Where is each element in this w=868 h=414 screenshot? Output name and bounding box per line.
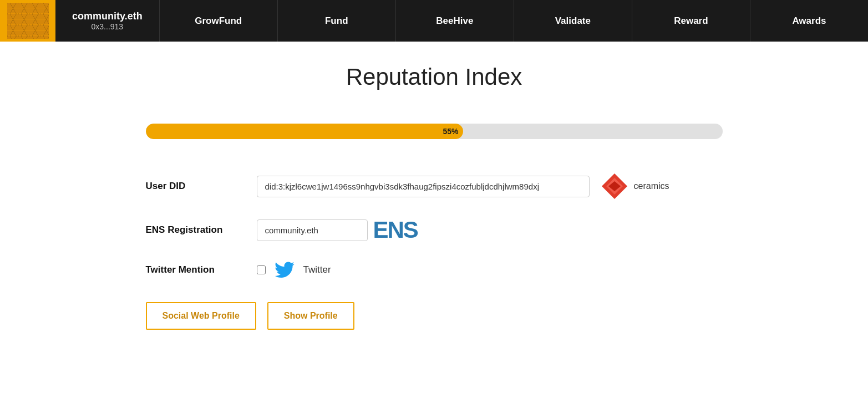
nav-item-awards[interactable]: Awards [750,0,868,42]
nav-items: GrowFund Fund BeeHive Validate Reward Aw… [159,0,868,42]
ceramics-label: ceramics [634,181,669,191]
progress-bar-container: 55% [146,124,723,139]
ens-field-group: ENS [257,217,418,243]
progress-bar-fill: 55% [146,124,463,139]
nav-brand[interactable]: community.eth 0x3...913 [55,0,159,42]
progress-section: 55% [146,124,723,139]
show-profile-button[interactable]: Show Profile [267,302,354,330]
nav-brand-name: community.eth [72,11,143,22]
twitter-field-group: Twitter [257,260,331,280]
fields-section: User DID ceramics ENS Registration ENS [146,172,723,280]
ens-input[interactable] [257,219,368,241]
nav-brand-address: 0x3...913 [92,22,124,31]
nav-item-validate[interactable]: Validate [514,0,632,42]
nav-item-fund[interactable]: Fund [277,0,395,42]
twitter-checkbox[interactable] [257,265,266,274]
logo-honeycomb [7,3,49,39]
user-did-row: User DID ceramics [146,172,723,200]
ens-label: ENS Registration [146,224,257,236]
ens-logo: ENS [373,217,418,243]
nav-item-reward[interactable]: Reward [632,0,750,42]
main-content: Reputation Index 55% User DID ceramics [101,42,767,352]
nav-item-beehive[interactable]: BeeHive [395,0,514,42]
user-did-input[interactable] [257,176,590,197]
ceramics-icon-container: ceramics [601,172,669,200]
page-title: Reputation Index [146,64,723,90]
user-did-label: User DID [146,181,257,192]
ceramics-diamond-icon [601,172,628,200]
buttons-section: Social Web Profile Show Profile [146,302,723,330]
twitter-row: Twitter Mention Twitter [146,260,723,280]
logo-container [0,0,55,42]
nav-item-growfund[interactable]: GrowFund [159,0,277,42]
progress-label: 55% [443,127,458,136]
twitter-label: Twitter [303,264,331,275]
navbar: community.eth 0x3...913 GrowFund Fund Be… [0,0,868,42]
twitter-mention-label: Twitter Mention [146,264,257,275]
ens-row: ENS Registration ENS [146,217,723,243]
social-web-profile-button[interactable]: Social Web Profile [146,302,256,330]
twitter-bird-icon [272,260,297,280]
